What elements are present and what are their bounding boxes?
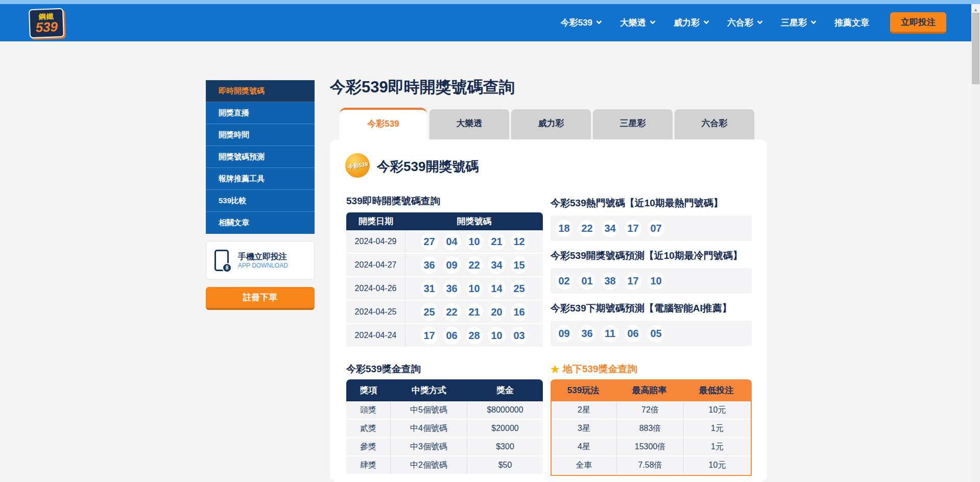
column-header-prize: 獎項	[346, 384, 391, 396]
main-menu: 今彩539 大樂透 威力彩 六合彩 三星彩 推薦文章	[561, 4, 869, 41]
lotto-ball: 01	[579, 273, 595, 290]
lotto-ball: 31	[421, 280, 438, 297]
table-row: 4星 15300倍 1元	[552, 438, 751, 456]
chevron-down-icon	[810, 18, 816, 24]
register-order-button[interactable]: 註冊下單	[206, 287, 315, 310]
cell: 1元	[684, 420, 751, 437]
column-header-minbet: 最低投注	[683, 384, 750, 396]
phone-icon: 8	[214, 250, 229, 271]
app-card-subtitle: APP DOWNLOAD	[238, 262, 288, 269]
lotto-ball: 20	[488, 303, 506, 321]
app-card-title: 手機立即投注	[238, 252, 288, 262]
lotto-ball: 17	[421, 327, 438, 344]
page-title: 今彩539即時開獎號碼查詢	[330, 77, 515, 98]
app-download-card[interactable]: 8 手機立即投注 APP DOWNLOAD	[206, 241, 315, 280]
column-header-amount: 獎金	[467, 384, 543, 396]
tab-539[interactable]: 今彩539	[340, 108, 427, 139]
content-card: 今彩539 今彩539開獎號碼 539即時開獎號碼查詢 開獎日期 開獎號碼 20…	[330, 139, 767, 482]
draw-date: 2024-04-27	[346, 254, 405, 276]
ai-prediction-strip: 09 36 11 06 05	[551, 321, 752, 346]
lotto-ball: 09	[556, 325, 572, 342]
cold-numbers-strip: 02 01 38 17 10	[551, 268, 752, 294]
chevron-down-icon	[703, 18, 709, 24]
sidebar-item-live-stream[interactable]: 開獎直播	[206, 102, 315, 124]
nav-item-superlotto[interactable]: 威力彩	[674, 17, 708, 29]
tab-mark6[interactable]: 六合彩	[675, 109, 754, 139]
cell: 4星	[552, 438, 617, 455]
cell: 7.58倍	[617, 456, 684, 474]
lotto-ball: 22	[579, 220, 595, 237]
bet-now-button[interactable]: 立即投注	[890, 12, 946, 34]
cell: 中3個號碼	[391, 438, 467, 455]
lotto-ball: 22	[466, 256, 483, 274]
scrollbar-thumb[interactable]	[972, 13, 979, 84]
top-accent-strip	[0, 0, 980, 4]
lotto-ball: 21	[466, 303, 483, 321]
lotto-ball: 10	[488, 327, 506, 344]
column-header-numbers: 開獎號碼	[405, 215, 543, 227]
scrollbar-up-arrow[interactable]: ▲	[971, 4, 980, 12]
nav-item-lotto649[interactable]: 大樂透	[620, 17, 655, 29]
draw-table-header: 開獎日期 開獎號碼	[346, 212, 543, 230]
sidebar-item-articles[interactable]: 相關文章	[206, 212, 315, 234]
lotto-ball: 10	[648, 273, 664, 290]
sidebar-item-tip-tools[interactable]: 報牌推薦工具	[206, 168, 315, 190]
column-header-play: 539玩法	[551, 384, 616, 396]
cell: 72倍	[617, 401, 684, 419]
nav-label: 大樂透	[620, 17, 646, 29]
top-navbar: 鋼鐵 539 今彩539 大樂透 威力彩 六合彩 三星彩 推薦文章 立即投注	[0, 4, 971, 41]
cell: 3星	[552, 420, 617, 437]
lotto-ball: 14	[488, 280, 506, 297]
table-row: 2星 72倍 10元	[552, 401, 751, 420]
site-logo[interactable]: 鋼鐵 539	[29, 8, 64, 38]
lotto-ball: 36	[443, 280, 461, 297]
chevron-down-icon	[596, 18, 602, 24]
prize-table-title: 今彩539獎金查詢	[346, 363, 543, 376]
tab-3stars[interactable]: 三星彩	[593, 109, 673, 139]
lotto-ball: 07	[648, 220, 664, 237]
logo-text-bottom: 539	[35, 20, 58, 34]
table-row: 參獎 中3個號碼 $300	[346, 438, 543, 456]
table-row: 2024-04-29 27 04 10 21 12	[346, 230, 543, 254]
draw-numbers-table: 開獎日期 開獎號碼 2024-04-29 27 04 10 21 12 2024…	[346, 212, 543, 348]
nav-item-articles[interactable]: 推薦文章	[834, 17, 869, 29]
cell: $20000	[467, 420, 543, 437]
tab-lotto649[interactable]: 大樂透	[429, 109, 509, 139]
tab-superlotto[interactable]: 威力彩	[511, 109, 591, 139]
lotto-ball: 10	[466, 280, 483, 297]
cell: 參獎	[346, 438, 391, 455]
lotto-8-ball-icon: 8	[222, 263, 232, 273]
cell: $8000000	[467, 401, 543, 419]
scrollbar[interactable]: ▲	[971, 4, 980, 482]
star-icon: ★	[551, 363, 560, 375]
lotto-ball: 15	[511, 256, 528, 274]
lotto-539-ball-logo-text: 今彩539	[347, 160, 368, 171]
cell: 1元	[684, 438, 751, 455]
card-heading: 今彩539開獎號碼	[377, 158, 479, 176]
lotto-ball: 16	[511, 303, 528, 321]
sidebar-item-draw-time[interactable]: 開獎時間	[206, 124, 315, 146]
cell: 全車	[552, 456, 617, 474]
cell: 中5個號碼	[391, 401, 467, 419]
lotto-ball: 38	[602, 273, 618, 290]
underground-title-text: 地下539獎金查詢	[563, 363, 637, 376]
sidebar-item-live-numbers[interactable]: 即時開獎號碼	[206, 80, 315, 102]
lotto-ball: 36	[421, 256, 438, 274]
cell: 貳獎	[346, 420, 391, 437]
nav-item-3stars[interactable]: 三星彩	[781, 17, 816, 29]
lotto-ball: 25	[511, 280, 528, 297]
hot-numbers-strip: 18 22 34 17 07	[551, 215, 752, 241]
column-header-date: 開獎日期	[346, 215, 405, 227]
table-row: 頭獎 中5個號碼 $8000000	[346, 401, 543, 420]
cell: 中2個號碼	[391, 456, 467, 474]
table-row: 2024-04-25 25 22 21 20 16	[346, 301, 543, 324]
nav-item-mark6[interactable]: 六合彩	[727, 17, 762, 29]
sidebar-item-prediction[interactable]: 開獎號碼預測	[206, 146, 315, 168]
sidebar-item-539-compare[interactable]: 539比較	[206, 190, 315, 212]
chevron-down-icon	[757, 18, 762, 24]
nav-item-539[interactable]: 今彩539	[561, 17, 601, 29]
cell: 中4個號碼	[391, 420, 467, 437]
cell: 883倍	[617, 420, 684, 437]
lotto-ball: 11	[602, 325, 618, 342]
underground-table-header: 539玩法 最高賠率 最低投注	[551, 379, 752, 401]
